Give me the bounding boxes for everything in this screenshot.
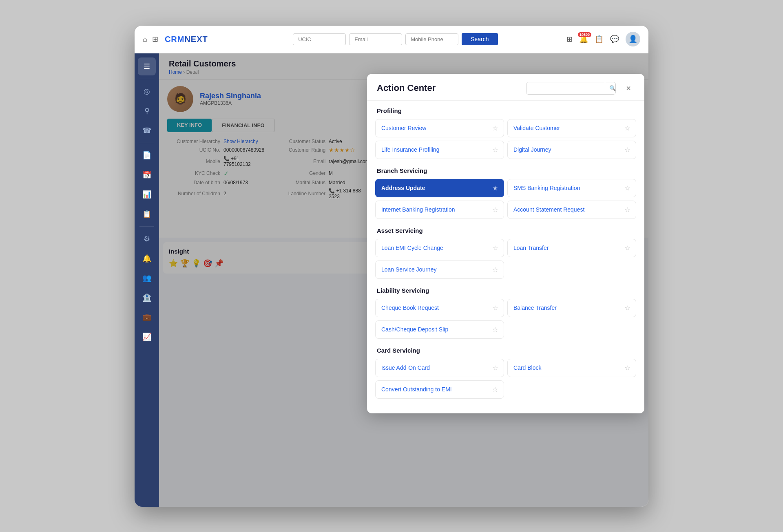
ac-profiling-grid: Customer Review ☆ Validate Customer ☆ Li…	[375, 119, 636, 159]
chat-icon[interactable]: 💬	[610, 35, 619, 44]
ac-item-address-update-label: Address Update	[381, 185, 425, 191]
action-center-search-icon-btn[interactable]: 🔍	[605, 82, 616, 94]
ac-liability-grid: Cheque Book Request ☆ Balance Transfer ☆…	[375, 299, 636, 339]
ac-item-loan-transfer-label: Loan Transfer	[513, 245, 549, 251]
ac-item-loan-service-journey[interactable]: Loan Service Journey ☆	[375, 260, 504, 279]
notifications-icon[interactable]: 🔔 10800	[579, 35, 588, 44]
ac-item-digital-journey-star[interactable]: ☆	[624, 146, 630, 154]
sidebar-divider-3	[139, 226, 154, 227]
ac-item-loan-emi-cycle-label: Loan EMI Cycle Change	[381, 245, 443, 251]
ac-card-grid: Issue Add-On Card ☆ Card Block ☆ Convert…	[375, 359, 636, 399]
ac-item-validate-customer[interactable]: Validate Customer ☆	[507, 119, 636, 137]
action-center-body: Profiling Customer Review ☆ Validate Cus…	[367, 101, 644, 413]
ac-item-loan-emi-cycle[interactable]: Loan EMI Cycle Change ☆	[375, 239, 504, 257]
ac-branch-grid: Address Update ★ SMS Banking Registratio…	[375, 179, 636, 219]
ac-item-internet-banking-label: Internet Banking Registration	[381, 206, 455, 213]
email-input[interactable]	[349, 33, 402, 45]
sidebar-divider-1	[139, 79, 154, 79]
search-button[interactable]: Search	[462, 33, 498, 45]
ac-item-loan-service-label: Loan Service Journey	[381, 266, 436, 273]
user-avatar[interactable]: 👤	[626, 32, 640, 46]
sidebar-item-users[interactable]: 👥	[138, 269, 156, 287]
ac-item-loan-transfer-star[interactable]: ☆	[624, 244, 630, 252]
ac-section-profiling: Profiling Customer Review ☆ Validate Cus…	[375, 107, 636, 159]
ac-item-address-update-star[interactable]: ★	[492, 184, 498, 192]
ac-item-card-block-star[interactable]: ☆	[624, 364, 630, 372]
ac-item-issue-addon-star[interactable]: ☆	[492, 364, 498, 372]
ac-item-life-insurance-profiling[interactable]: Life Insurance Profiling ☆	[375, 141, 504, 159]
ac-item-address-update[interactable]: Address Update ★	[375, 179, 504, 197]
app-logo: CRMNEXT	[165, 35, 208, 44]
clipboard-icon[interactable]: 📋	[595, 35, 604, 44]
ac-item-convert-outstanding-label: Convert Outstanding to EMI	[381, 386, 452, 393]
ac-item-account-statement-label: Account Statement Request	[513, 206, 584, 213]
ac-item-convert-outstanding-star[interactable]: ☆	[492, 386, 498, 393]
ac-asset-grid: Loan EMI Cycle Change ☆ Loan Transfer ☆ …	[375, 239, 636, 279]
mobile-phone-input[interactable]	[405, 33, 458, 45]
sidebar-item-reports[interactable]: 📋	[138, 205, 156, 223]
ac-item-sms-banking[interactable]: SMS Banking Registration ☆	[507, 179, 636, 197]
ac-item-customer-review-star[interactable]: ☆	[492, 124, 498, 132]
ac-item-account-statement[interactable]: Account Statement Request ☆	[507, 201, 636, 219]
sidebar-item-briefcase[interactable]: 💼	[138, 308, 156, 326]
ac-item-card-block-label: Card Block	[513, 364, 541, 371]
sidebar-item-settings[interactable]: ⚙	[138, 230, 156, 248]
home-icon[interactable]: ⌂	[143, 35, 147, 44]
ac-item-issue-addon-card[interactable]: Issue Add-On Card ☆	[375, 359, 504, 377]
action-center-close-button[interactable]: ×	[622, 82, 635, 94]
ucic-input[interactable]	[293, 33, 346, 45]
ac-item-life-insurance-star[interactable]: ☆	[492, 146, 498, 154]
sidebar-item-bell[interactable]: 🔔	[138, 249, 156, 267]
ac-section-branch-servicing: Branch Servicing Address Update ★ SMS Ba…	[375, 167, 636, 219]
ac-item-cheque-book-star[interactable]: ☆	[492, 304, 498, 312]
ac-item-card-block[interactable]: Card Block ☆	[507, 359, 636, 377]
sidebar-item-bank[interactable]: 🏦	[138, 289, 156, 307]
sidebar-item-dashboard[interactable]: ◎	[138, 82, 156, 100]
ac-item-cash-cheque-star[interactable]: ☆	[492, 326, 498, 333]
sidebar-item-menu[interactable]: ☰	[138, 57, 156, 75]
ac-item-internet-banking[interactable]: Internet Banking Registration ☆	[375, 201, 504, 219]
ac-item-customer-review-label: Customer Review	[381, 125, 426, 131]
ac-section-liability-title: Liability Servicing	[375, 287, 636, 294]
ac-item-cash-cheque-deposit[interactable]: Cash/Cheque Deposit Slip ☆	[375, 320, 504, 339]
sidebar-item-chart[interactable]: 📊	[138, 185, 156, 203]
ac-item-loan-emi-cycle-star[interactable]: ☆	[492, 244, 498, 252]
ac-section-branch-title: Branch Servicing	[375, 167, 636, 174]
sidebar-item-link[interactable]: ⚲	[138, 102, 156, 120]
sidebar-item-phone[interactable]: ☎	[138, 121, 156, 139]
nav-icons-right: ⊞ 🔔 10800 📋 💬 👤	[566, 32, 640, 46]
ac-item-digital-journey-label: Digital Journey	[513, 146, 551, 153]
ac-item-internet-banking-star[interactable]: ☆	[492, 206, 498, 214]
ac-item-balance-transfer-star[interactable]: ☆	[624, 304, 630, 312]
ac-item-loan-transfer[interactable]: Loan Transfer ☆	[507, 239, 636, 257]
ac-item-cheque-book[interactable]: Cheque Book Request ☆	[375, 299, 504, 317]
ac-section-asset-servicing: Asset Servicing Loan EMI Cycle Change ☆ …	[375, 227, 636, 279]
ac-item-account-statement-star[interactable]: ☆	[624, 206, 630, 214]
grid-icon[interactable]: ⊞	[152, 35, 158, 44]
ac-header-controls: 🔍 ×	[526, 82, 635, 95]
sidebar-item-document[interactable]: 📄	[138, 146, 156, 164]
ac-section-profiling-title: Profiling	[375, 107, 636, 114]
ac-item-digital-journey[interactable]: Digital Journey ☆	[507, 141, 636, 159]
sidebar: ☰ ◎ ⚲ ☎ 📄 📅 📊 📋 ⚙ 🔔 👥 🏦 💼 📈	[135, 53, 159, 507]
top-navbar: ⌂ ⊞ CRMNEXT Search ⊞ 🔔 10800 📋 💬 👤	[135, 26, 648, 53]
action-center-search-input[interactable]	[526, 82, 605, 94]
ac-item-cheque-book-label: Cheque Book Request	[381, 305, 439, 311]
ac-item-sms-banking-star[interactable]: ☆	[624, 184, 630, 192]
ac-section-liability-servicing: Liability Servicing Cheque Book Request …	[375, 287, 636, 339]
ac-item-convert-outstanding-emi[interactable]: Convert Outstanding to EMI ☆	[375, 380, 504, 399]
page-area: Retail Customers Home › Detail 🧔	[159, 53, 648, 507]
sidebar-divider-2	[139, 143, 154, 143]
action-center-title: Action Center	[377, 83, 436, 93]
ac-item-validate-customer-star[interactable]: ☆	[624, 124, 630, 132]
sidebar-item-analytics[interactable]: 📈	[138, 328, 156, 346]
ac-item-loan-service-star[interactable]: ☆	[492, 266, 498, 274]
browser-window: ⌂ ⊞ CRMNEXT Search ⊞ 🔔 10800 📋 💬 👤 ☰	[135, 26, 648, 507]
sidebar-item-calendar[interactable]: 📅	[138, 166, 156, 184]
ac-item-issue-addon-label: Issue Add-On Card	[381, 364, 430, 371]
ac-section-asset-title: Asset Servicing	[375, 227, 636, 234]
ac-item-customer-review[interactable]: Customer Review ☆	[375, 119, 504, 137]
ac-item-sms-banking-label: SMS Banking Registration	[513, 185, 580, 191]
grid-view-icon[interactable]: ⊞	[566, 35, 573, 44]
ac-item-balance-transfer[interactable]: Balance Transfer ☆	[507, 299, 636, 317]
